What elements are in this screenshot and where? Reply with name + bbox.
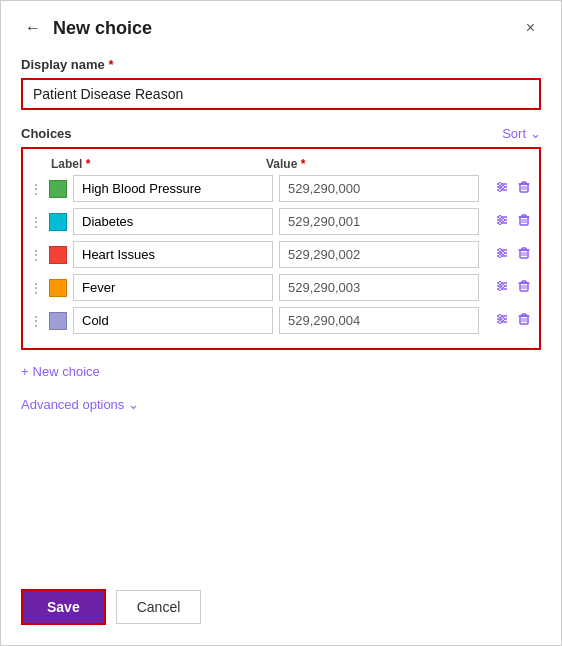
dialog-header: ← New choice × <box>21 17 541 39</box>
choice-label-input[interactable] <box>73 241 273 268</box>
trash-icon <box>517 180 531 194</box>
choices-label: Choices <box>21 126 72 141</box>
choice-label-input[interactable] <box>73 307 273 334</box>
display-name-label: Display name * <box>21 57 541 72</box>
svg-point-17 <box>499 216 502 219</box>
choices-header: Choices Sort ⌄ <box>21 126 541 141</box>
back-icon: ← <box>25 19 41 36</box>
choice-label-input[interactable] <box>73 208 273 235</box>
svg-point-31 <box>499 249 502 252</box>
sliders-icon <box>495 213 509 227</box>
choice-value-input[interactable] <box>279 175 479 202</box>
sliders-icon <box>495 246 509 260</box>
svg-point-60 <box>502 318 505 321</box>
chevron-down-icon: ⌄ <box>128 397 139 412</box>
row-options-button[interactable] <box>493 211 511 232</box>
sliders-icon <box>495 180 509 194</box>
row-actions <box>485 277 533 298</box>
row-delete-button[interactable] <box>515 310 533 331</box>
close-icon: × <box>526 19 535 36</box>
advanced-options-button[interactable]: Advanced options ⌄ <box>21 393 541 416</box>
svg-point-19 <box>499 222 502 225</box>
trash-icon <box>517 279 531 293</box>
drag-handle[interactable]: ⋮⋮ <box>29 181 43 197</box>
svg-point-32 <box>502 252 505 255</box>
save-button[interactable]: Save <box>21 589 106 625</box>
new-choice-icon: + <box>21 364 29 379</box>
new-choice-label: New choice <box>33 364 100 379</box>
drag-handle[interactable]: ⋮⋮ <box>29 280 43 296</box>
trash-icon <box>517 312 531 326</box>
required-star: * <box>108 57 113 72</box>
choice-value-input[interactable] <box>279 208 479 235</box>
row-options-button[interactable] <box>493 277 511 298</box>
trash-icon <box>517 246 531 260</box>
display-name-input[interactable] <box>21 78 541 110</box>
drag-handle[interactable]: ⋮⋮ <box>29 247 43 263</box>
sort-button[interactable]: Sort ⌄ <box>502 126 541 141</box>
advanced-options-label: Advanced options <box>21 397 124 412</box>
row-delete-button[interactable] <box>515 244 533 265</box>
cancel-button[interactable]: Cancel <box>116 590 202 624</box>
back-button[interactable]: ← <box>21 17 45 39</box>
row-actions <box>485 310 533 331</box>
dialog-title: New choice <box>53 18 520 39</box>
svg-point-45 <box>499 282 502 285</box>
svg-point-4 <box>502 186 505 189</box>
row-options-button[interactable] <box>493 244 511 265</box>
svg-point-18 <box>502 219 505 222</box>
choice-label-input[interactable] <box>73 175 273 202</box>
svg-point-61 <box>499 321 502 324</box>
color-swatch[interactable] <box>49 180 67 198</box>
row-delete-button[interactable] <box>515 178 533 199</box>
sliders-icon <box>495 312 509 326</box>
svg-point-47 <box>499 288 502 291</box>
table-row: ⋮⋮ <box>29 241 533 268</box>
color-swatch[interactable] <box>49 279 67 297</box>
drag-handle[interactable]: ⋮⋮ <box>29 214 43 230</box>
color-swatch[interactable] <box>49 312 67 330</box>
svg-point-3 <box>499 183 502 186</box>
drag-handle[interactable]: ⋮⋮ <box>29 313 43 329</box>
svg-point-59 <box>499 315 502 318</box>
chevron-down-icon: ⌄ <box>530 126 541 141</box>
svg-point-5 <box>499 189 502 192</box>
choice-value-input[interactable] <box>279 307 479 334</box>
col-label-header: Label * <box>51 157 258 171</box>
color-swatch[interactable] <box>49 246 67 264</box>
dialog-footer: Save Cancel <box>21 569 541 625</box>
sort-label: Sort <box>502 126 526 141</box>
col-value-header: Value * <box>266 157 473 171</box>
row-delete-button[interactable] <box>515 211 533 232</box>
row-actions <box>485 178 533 199</box>
svg-point-33 <box>499 255 502 258</box>
svg-point-46 <box>502 285 505 288</box>
row-delete-button[interactable] <box>515 277 533 298</box>
choice-value-input[interactable] <box>279 274 479 301</box>
choice-label-input[interactable] <box>73 274 273 301</box>
row-actions <box>485 211 533 232</box>
row-options-button[interactable] <box>493 310 511 331</box>
trash-icon <box>517 213 531 227</box>
new-choice-button[interactable]: + New choice <box>21 360 541 383</box>
row-actions <box>485 244 533 265</box>
table-row: ⋮⋮ <box>29 307 533 334</box>
table-row: ⋮⋮ <box>29 208 533 235</box>
choices-table: Label * Value * ⋮⋮ <box>21 147 541 350</box>
color-swatch[interactable] <box>49 213 67 231</box>
table-row: ⋮⋮ <box>29 274 533 301</box>
table-row: ⋮⋮ <box>29 175 533 202</box>
choices-col-headers: Label * Value * <box>29 157 533 175</box>
choice-value-input[interactable] <box>279 241 479 268</box>
choices-rows: ⋮⋮ <box>29 175 533 334</box>
row-options-button[interactable] <box>493 178 511 199</box>
new-choice-dialog: ← New choice × Display name * Choices So… <box>0 0 562 646</box>
sliders-icon <box>495 279 509 293</box>
close-button[interactable]: × <box>520 17 541 39</box>
